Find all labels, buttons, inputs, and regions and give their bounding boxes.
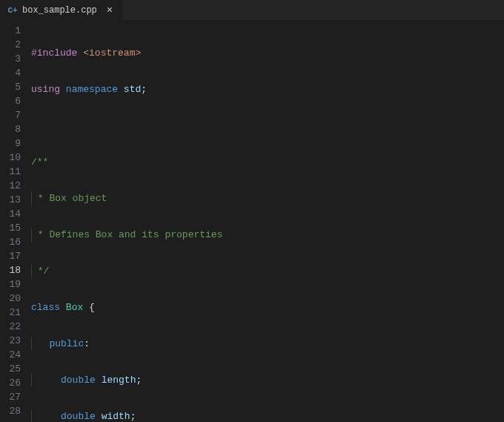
line-number-gutter: 1234567891011121314151617181920212223242… [0, 21, 31, 422]
line-number: 1 [0, 24, 21, 38]
code-line [31, 119, 504, 133]
code-editor[interactable]: 1234567891011121314151617181920212223242… [0, 21, 504, 422]
tab-bar: C+ box_sample.cpp × [0, 0, 504, 21]
code-line: */ [31, 264, 504, 278]
line-number: 27 [0, 390, 21, 404]
line-number: 20 [0, 291, 21, 306]
line-number: 24 [0, 348, 21, 362]
code-line: public: [31, 337, 504, 351]
tab-active[interactable]: C+ box_sample.cpp × [0, 0, 122, 20]
line-number: 10 [0, 151, 21, 165]
line-number: 2 [0, 38, 21, 52]
line-number: 18 [0, 263, 21, 277]
code-line: /** [31, 155, 504, 169]
line-number: 21 [0, 306, 21, 320]
line-number: 25 [0, 362, 21, 376]
line-number: 19 [0, 277, 21, 291]
line-number: 6 [0, 94, 21, 108]
tab-filename: box_sample.cpp [22, 5, 97, 16]
code-line: class Box { [31, 300, 504, 314]
line-number: 7 [0, 108, 21, 122]
cpp-file-icon: C+ [7, 5, 18, 16]
line-number: 8 [0, 122, 21, 136]
line-number: 5 [0, 80, 21, 94]
close-icon[interactable]: × [105, 5, 115, 16]
line-number: 14 [0, 207, 21, 221]
line-number: 13 [0, 193, 21, 207]
line-number: 23 [0, 334, 21, 348]
code-area[interactable]: #include <iostream> using namespace std;… [31, 21, 504, 422]
line-number: 11 [0, 165, 21, 179]
code-line: * Defines Box and its properties [31, 228, 504, 242]
line-number: 26 [0, 376, 21, 390]
code-line: double width; [31, 409, 504, 422]
code-line: #include <iostream> [31, 46, 504, 60]
code-line: double length; [31, 373, 504, 387]
line-number: 28 [0, 404, 21, 418]
code-line: * Box object [31, 191, 504, 205]
line-number: 17 [0, 249, 21, 263]
line-number: 4 [0, 66, 21, 80]
line-number: 15 [0, 221, 21, 235]
line-number: 16 [0, 235, 21, 249]
line-number: 22 [0, 320, 21, 334]
line-number: 3 [0, 52, 21, 66]
code-line: using namespace std; [31, 82, 504, 96]
line-number: 9 [0, 136, 21, 151]
line-number: 12 [0, 179, 21, 193]
